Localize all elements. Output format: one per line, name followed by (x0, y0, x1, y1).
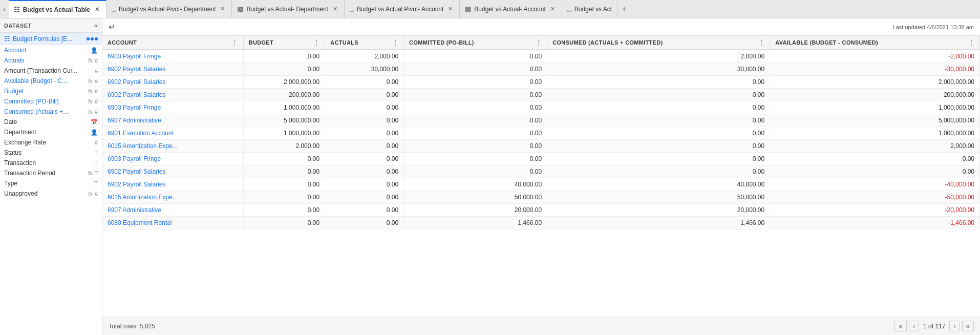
cell-consumed: 0.00 (547, 153, 770, 165)
dataset-options-button[interactable] (87, 37, 98, 40)
col-header-account[interactable]: ACCOUNT ⋮ (102, 36, 243, 50)
tab-budget-vs-actual-table[interactable]: ☷ Budget vs Actual Table ✕ (9, 0, 106, 18)
table-row: 6902 Payroll Salaries0.0030,000.000.0030… (102, 63, 980, 76)
tab-add-button[interactable]: + (617, 0, 630, 18)
tab-budget-vs-actual-pivot-dept[interactable]: ⎵ Budget vs Actual Pivot- Department ✕ (106, 0, 232, 18)
cell-account[interactable]: 6903 Payroll Fringe (102, 101, 243, 114)
dataset-item[interactable]: ☷ Budget Formulas [E... (0, 33, 102, 45)
tab-budget-vs-actual-acct[interactable]: ▩ Budget vs Actual- Account ✕ (460, 0, 562, 18)
col-menu-budget[interactable]: ⋮ (313, 39, 319, 46)
field-type[interactable]: Type T (0, 178, 102, 189)
cell-budget: 0.00 (243, 191, 325, 204)
table-row: 6015 Amortization Expe...0.000.0050,000.… (102, 191, 980, 204)
tab-budget-vs-act[interactable]: ⎵ Budget vs Act (562, 0, 617, 18)
cell-account[interactable]: 6902 Payroll Salaries (102, 63, 243, 76)
cell-account[interactable]: 6903 Payroll Fringe (102, 153, 243, 165)
field-transaction-period[interactable]: Transaction Period fx T (0, 168, 102, 178)
cell-actuals: 0.00 (325, 101, 404, 114)
cell-budget: 0.00 (243, 63, 325, 76)
cell-account[interactable]: 6080 Equipment Rental (102, 217, 243, 229)
cell-budget: 2,000,000.00 (243, 76, 325, 89)
cell-account[interactable]: 6015 Amortization Expe... (102, 140, 243, 153)
field-unapproved-icons: fx # (88, 191, 98, 197)
table-row: 6901 Execution Account1,000,000.000.000.… (102, 127, 980, 140)
field-date[interactable]: Date 📅 (0, 117, 102, 127)
col-header-committed[interactable]: COMMITTED (PO-BILL) ⋮ (404, 36, 547, 50)
col-menu-consumed[interactable]: ⋮ (758, 39, 764, 46)
cell-consumed: 0.00 (547, 101, 770, 114)
cell-account[interactable]: 6902 Payroll Salaries (102, 89, 243, 101)
chart-icon-5: ▩ (465, 5, 471, 13)
tab-budget-vs-actual-dept[interactable]: ▩ Budget vs Actual- Department ✕ (232, 0, 344, 18)
cell-account[interactable]: 6903 Payroll Fringe (102, 50, 243, 63)
field-status-label: Status (4, 149, 22, 156)
field-amount[interactable]: Amount (Transaction Cur... # (0, 66, 102, 76)
cell-account[interactable]: 6907 Administrative (102, 204, 243, 217)
cell-committed: 20,000.00 (404, 204, 547, 217)
page-next-button[interactable]: › (949, 321, 960, 331)
cell-account[interactable]: 6902 Payroll Salaries (102, 76, 243, 89)
cell-account[interactable]: 6902 Payroll Salaries (102, 178, 243, 191)
table-footer: Total rows: 5,825 « ‹ 1 of 117 › » (102, 317, 980, 335)
cell-actuals: 0.00 (325, 204, 404, 217)
cell-actuals: 0.00 (325, 217, 404, 229)
tab-bar: ‹ ☷ Budget vs Actual Table ✕ ⎵ Budget vs… (0, 0, 980, 18)
tab-prev-button[interactable]: ‹ (0, 0, 9, 18)
col-header-actuals[interactable]: ACTUALS ⋮ (325, 36, 404, 50)
col-menu-account[interactable]: ⋮ (231, 39, 238, 46)
cell-available: 1,000,000.00 (770, 101, 980, 114)
page-first-button[interactable]: « (894, 321, 906, 331)
field-exchange-rate[interactable]: Exchange Rate # (0, 137, 102, 148)
fx-icon-available: fx (88, 78, 93, 84)
table-row: 6907 Administrative5,000,000.000.000.000… (102, 114, 980, 127)
tab-label-4: Budget vs Actual Pivot- Account (357, 6, 443, 13)
cell-committed: 0.00 (404, 140, 547, 153)
add-row-button[interactable]: ↵ (109, 22, 115, 32)
col-menu-committed[interactable]: ⋮ (536, 39, 542, 46)
sidebar-collapse-button[interactable]: « (94, 22, 98, 29)
hash-icon-amount: # (95, 68, 98, 74)
field-unapproved[interactable]: Unapproved fx # (0, 189, 102, 199)
field-committed[interactable]: Committed (PO-Bill) fx # (0, 96, 102, 107)
tab-close-5[interactable]: ✕ (549, 5, 557, 13)
cell-available: -20,000.00 (770, 204, 980, 217)
col-header-consumed[interactable]: CONSUMED (ACTUALS + COMMITTED) ⋮ (547, 36, 770, 50)
tab-close-2[interactable]: ✕ (219, 5, 226, 13)
field-consumed[interactable]: Consumed (Actuals +... fx # (0, 107, 102, 117)
cell-account[interactable]: 6907 Administrative (102, 114, 243, 127)
field-exchange-rate-label: Exchange Rate (4, 139, 46, 146)
field-account[interactable]: Account 👤 (0, 45, 102, 55)
field-actuals[interactable]: Actuals fx # (0, 55, 102, 66)
field-status[interactable]: Status T (0, 148, 102, 158)
page-last-button[interactable]: » (962, 321, 974, 331)
table-icon: ☷ (14, 6, 20, 13)
cell-account[interactable]: 6901 Execution Account (102, 127, 243, 140)
col-menu-actuals[interactable]: ⋮ (392, 39, 398, 46)
field-department[interactable]: Department 👤 (0, 127, 102, 137)
field-budget-label: Budget (4, 88, 24, 95)
cell-account[interactable]: 6015 Amortization Expe... (102, 191, 243, 204)
chart-icon-3: ▩ (237, 5, 243, 13)
tab-close-4[interactable]: ✕ (446, 5, 454, 13)
tab-label-1: Budget vs Actual Table (23, 6, 90, 13)
cell-budget: 1,000,000.00 (243, 127, 325, 140)
cell-account[interactable]: 6902 Payroll Salaries (102, 165, 243, 178)
field-transaction[interactable]: Transaction T (0, 158, 102, 168)
page-info: 1 of 117 (921, 323, 947, 330)
tab-close-1[interactable]: ✕ (93, 6, 101, 13)
field-budget[interactable]: Budget fx # (0, 86, 102, 96)
field-date-label: Date (4, 118, 17, 125)
col-header-budget[interactable]: BUDGET ⋮ (243, 36, 325, 50)
col-header-available[interactable]: AVAILABLE (BUDGET - CONSUMED) ⋮ (770, 36, 980, 50)
col-menu-available[interactable]: ⋮ (968, 39, 974, 46)
table-row: 6902 Payroll Salaries0.000.000.000.000.0… (102, 165, 980, 178)
page-prev-button[interactable]: ‹ (909, 321, 919, 331)
tab-close-3[interactable]: ✕ (331, 5, 339, 13)
field-committed-label: Committed (PO-Bill) (4, 98, 59, 105)
field-available[interactable]: Available (Budget - C... fx # (0, 76, 102, 86)
content-toolbar: ↵ Last updated 4/6/2021 10:38 am (102, 18, 980, 36)
pivot-icon-4: ⎵ (350, 5, 354, 13)
cell-committed: 0.00 (404, 114, 547, 127)
tab-budget-vs-actual-pivot-acct[interactable]: ⎵ Budget vs Actual Pivot- Account ✕ (345, 0, 460, 18)
text-icon-type: T (94, 180, 98, 186)
